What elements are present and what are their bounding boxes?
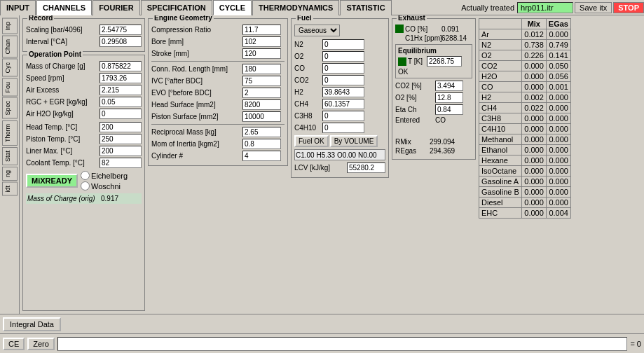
gas-name: CH4 bbox=[479, 103, 522, 113]
gas-egas: 0.000 bbox=[546, 124, 570, 134]
tab-fourier[interactable]: FOURIER bbox=[93, 0, 140, 15]
gas-egas: 0.000 bbox=[546, 134, 570, 145]
ivc-input[interactable] bbox=[242, 76, 281, 86]
status-input[interactable] bbox=[57, 337, 627, 351]
tab-specification[interactable]: SPECIFICATION bbox=[141, 0, 212, 15]
table-row: C4H100.0000.000 bbox=[479, 124, 571, 134]
ch4-input[interactable] bbox=[322, 99, 364, 109]
liner-max-label: Liner Max. [°C] bbox=[26, 147, 100, 155]
recip-mass-input[interactable] bbox=[242, 127, 281, 137]
sidebar-item-cyc[interactable]: Cyc bbox=[2, 59, 18, 77]
liner-max-input[interactable] bbox=[100, 146, 142, 156]
co-input[interactable] bbox=[322, 63, 364, 74]
stop-button[interactable]: STOP bbox=[613, 2, 644, 13]
col3: Fuel Gaseous N2 O2 CO bbox=[291, 18, 389, 311]
speed-input[interactable] bbox=[100, 73, 142, 83]
gas-name: C3H8 bbox=[479, 113, 522, 124]
bore-input[interactable] bbox=[242, 36, 281, 47]
gas-egas: 0.000 bbox=[546, 198, 570, 208]
gas-name: Diesel bbox=[479, 198, 522, 208]
table-row: C3H80.0000.000 bbox=[479, 113, 571, 124]
equilibrium-label: Equilibrium bbox=[398, 47, 470, 55]
piston-temp-input[interactable] bbox=[100, 134, 142, 144]
radio-eichelberg[interactable]: Eichelberg bbox=[81, 171, 128, 180]
cylinder-input[interactable] bbox=[242, 151, 281, 161]
comp-ratio-input[interactable] bbox=[242, 25, 281, 35]
c3h8-input[interactable] bbox=[322, 111, 364, 121]
coolant-temp-input[interactable] bbox=[100, 158, 142, 168]
n2-input[interactable] bbox=[322, 39, 364, 50]
exhaust-co-value: 0.091 bbox=[441, 25, 459, 33]
rgc-egr-input[interactable] bbox=[100, 97, 142, 107]
gas-name: Gasoline B bbox=[479, 187, 522, 198]
lcv-input[interactable] bbox=[347, 162, 385, 173]
tab-channels[interactable]: CHANNELS bbox=[36, 0, 92, 15]
gas-col-mix: Mix bbox=[521, 19, 546, 29]
mass-charge-input[interactable] bbox=[100, 61, 142, 71]
sidebar-item-chan[interactable]: Chan bbox=[2, 36, 18, 58]
co2-input[interactable] bbox=[322, 75, 364, 85]
sidebar-item-spec[interactable]: Spec bbox=[2, 97, 18, 119]
table-row: H2O0.0000.056 bbox=[479, 71, 571, 82]
fuel-dropdown[interactable]: Gaseous bbox=[294, 25, 340, 36]
piston-surface-input[interactable] bbox=[242, 111, 281, 122]
o2-input[interactable] bbox=[322, 51, 364, 62]
sidebar-item-inp[interactable]: Inp bbox=[2, 18, 18, 34]
exhaust-o2-input[interactable] bbox=[435, 92, 463, 103]
coolant-temp-label: Coolant Temp. [°C] bbox=[26, 159, 100, 167]
h2-input[interactable] bbox=[322, 87, 364, 97]
sidebar-item-idt[interactable]: idt bbox=[2, 182, 18, 196]
record-group: Record Scaling [bar/4096] Interval [°CA] bbox=[22, 18, 145, 52]
zero-button[interactable]: Zero bbox=[27, 338, 55, 350]
integral-data-button[interactable]: Integral Data bbox=[3, 317, 61, 331]
exhaust-co2-input[interactable] bbox=[435, 81, 463, 91]
evo-input[interactable] bbox=[242, 88, 281, 98]
tab-cycle[interactable]: CYCLE bbox=[213, 0, 252, 15]
record-title: Record bbox=[27, 15, 54, 22]
gas-name: Gasoline A bbox=[479, 176, 522, 187]
interval-input[interactable] bbox=[100, 36, 142, 47]
eta-ch-input[interactable] bbox=[435, 104, 463, 115]
gas-egas: 0.000 bbox=[546, 187, 570, 198]
table-row: Hexane0.0000.000 bbox=[479, 155, 571, 166]
head-temp-input[interactable] bbox=[100, 122, 142, 132]
table-row: EHC0.0000.004 bbox=[479, 208, 571, 219]
gas-mix: 0.000 bbox=[521, 61, 546, 71]
tab-input[interactable]: INPUT bbox=[0, 0, 36, 15]
head-temp-label: Head Temp. [°C] bbox=[26, 123, 100, 131]
gas-mix: 0.000 bbox=[521, 124, 546, 134]
exhaust-co-label: CO [%] bbox=[405, 25, 440, 33]
conn-rod-input[interactable] bbox=[242, 64, 281, 74]
save-button[interactable]: Save itx bbox=[575, 2, 612, 13]
table-row: N20.7380.749 bbox=[479, 40, 571, 50]
table-row: CO20.0000.050 bbox=[479, 61, 571, 71]
fuel-ok-button[interactable]: Fuel OK bbox=[294, 135, 329, 147]
mix-ready-button[interactable]: MiXREADY bbox=[26, 174, 78, 188]
stroke-input[interactable] bbox=[242, 48, 281, 59]
regas-value: 294.369 bbox=[430, 147, 455, 155]
tab-thermodynamics[interactable]: THERMODYNAMICS bbox=[252, 0, 339, 15]
sidebar-item-therm[interactable]: Therm bbox=[2, 120, 18, 146]
tab-statistic[interactable]: STATISTIC bbox=[340, 0, 391, 15]
gas-egas: 0.000 bbox=[546, 176, 570, 187]
head-surface-input[interactable] bbox=[242, 99, 281, 110]
sidebar-item-stat[interactable]: Stat bbox=[2, 147, 18, 165]
table-row: CO0.0000.001 bbox=[479, 82, 571, 92]
status-bar: CE Zero = 0 bbox=[0, 333, 644, 353]
sidebar-item-ng[interactable]: ng bbox=[2, 167, 18, 181]
radio-woschni[interactable]: Woschni bbox=[81, 181, 128, 191]
engine-geometry-title: Engine Geometry bbox=[153, 15, 214, 22]
sidebar-item-fou[interactable]: Fou bbox=[2, 78, 18, 97]
sidebar: Inp Chan Cyc Fou Spec Therm Stat ng idt bbox=[0, 15, 20, 314]
c4h10-input[interactable] bbox=[322, 123, 364, 133]
air-h2o-input[interactable] bbox=[100, 109, 142, 119]
air-excess-input[interactable] bbox=[100, 85, 142, 95]
mom-inertia-input[interactable] bbox=[242, 139, 281, 149]
t-input[interactable] bbox=[427, 56, 462, 67]
gas-name: Hexane bbox=[479, 155, 522, 166]
ce-button[interactable]: CE bbox=[3, 338, 25, 350]
gas-table: Mix EGas Ar0.0120.000N20.7380.749O20.226… bbox=[479, 18, 571, 219]
scaling-input[interactable] bbox=[100, 25, 142, 35]
gas-mix: 0.012 bbox=[521, 29, 546, 40]
by-volume-button[interactable]: By VOLUME bbox=[330, 135, 378, 147]
